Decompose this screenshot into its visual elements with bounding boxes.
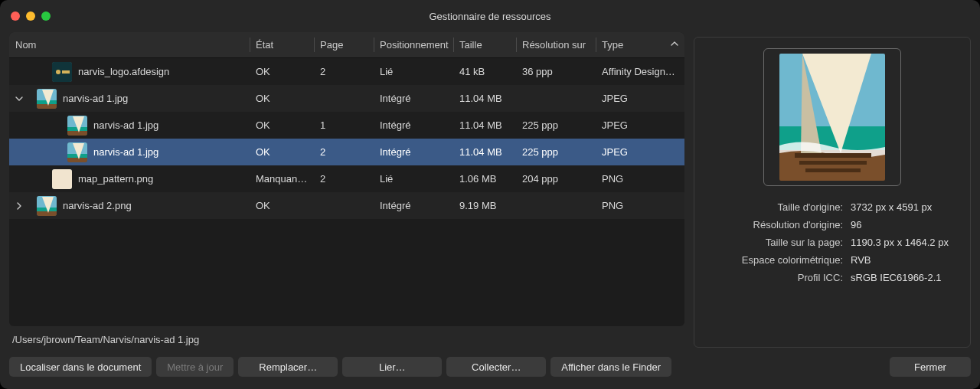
window-title: Gestionnaire de ressources <box>0 11 980 22</box>
table-row[interactable]: narvis-ad 2.pngOKIntégré9.19 MBPNG <box>9 192 684 219</box>
cell-page: 2 <box>314 173 374 185</box>
resources-table: Nom État Page Positionnement Taille Réso… <box>9 32 684 326</box>
cell-page: 2 <box>314 146 374 158</box>
sort-indicator-icon <box>671 41 678 50</box>
thumbnail-icon <box>52 169 72 189</box>
cell-type: JPEG <box>596 146 684 158</box>
resource-name: narvis-ad 1.jpg <box>93 119 158 131</box>
cell-size: 1.06 MB <box>453 173 516 185</box>
svg-rect-26 <box>799 161 867 165</box>
cell-resolution: 204 ppp <box>516 173 596 185</box>
maximize-window-button[interactable] <box>41 11 51 21</box>
column-name[interactable]: Nom <box>9 32 250 57</box>
details-meta: Taille d'origine:3732 px x 4591 px Résol… <box>705 201 959 283</box>
cell-status: OK <box>250 93 314 104</box>
svg-rect-18 <box>37 211 57 216</box>
resource-name: map_pattern.png <box>78 173 153 185</box>
value-orig-res: 96 <box>851 219 861 230</box>
disclosure-spacer <box>14 120 24 131</box>
label-color-space: Espace colorimétrique: <box>705 254 843 266</box>
table-row[interactable]: narvis-ad 1.jpgOK2Intégré11.04 MB225 ppp… <box>9 139 684 165</box>
thumbnail-icon <box>67 116 87 136</box>
label-page-size: Taille sur la page: <box>705 237 843 248</box>
cell-resolution: 225 ppp <box>516 146 596 158</box>
svg-rect-9 <box>67 131 87 136</box>
table-row[interactable]: map_pattern.pngManquantes2Lié1.06 MB204 … <box>9 165 684 192</box>
locate-in-document-button[interactable]: Localiser dans le document <box>9 357 152 377</box>
cell-position: Lié <box>374 66 453 77</box>
disclosure-spacer <box>14 67 24 77</box>
svg-rect-5 <box>37 104 57 109</box>
close-window-button[interactable] <box>11 11 20 21</box>
value-page-size: 1190.3 px x 1464.2 px <box>851 237 949 248</box>
disclosure-right-icon[interactable] <box>14 201 24 211</box>
cell-position: Intégré <box>374 200 453 211</box>
disclosure-spacer <box>14 147 24 158</box>
column-status[interactable]: État <box>250 32 314 57</box>
cell-status: OK <box>250 66 314 77</box>
cell-resolution: 36 ppp <box>516 66 596 77</box>
table-row[interactable]: narvis-ad 1.jpgOKIntégré11.04 MBJPEG <box>9 85 684 112</box>
titlebar: Gestionnaire de ressources <box>0 0 980 32</box>
value-icc: sRGB IEC61966-2.1 <box>851 272 942 283</box>
value-color-space: RVB <box>851 254 871 266</box>
disclosure-spacer <box>14 174 24 185</box>
column-page[interactable]: Page <box>314 32 374 57</box>
details-panel: Taille d'origine:3732 px x 4591 px Résol… <box>694 37 971 348</box>
footer: Localiser dans le document Mettre à jour… <box>0 352 980 389</box>
thumbnail-icon <box>52 62 72 82</box>
cell-page: 1 <box>314 119 374 131</box>
preview-frame <box>763 48 901 186</box>
svg-rect-2 <box>62 70 70 74</box>
thumbnail-icon <box>37 89 57 109</box>
disclosure-down-icon[interactable] <box>14 93 24 104</box>
resource-manager-window: Gestionnaire de ressources Nom État Page… <box>0 0 980 389</box>
cell-status: OK <box>250 146 314 158</box>
cell-type: JPEG <box>596 119 684 131</box>
cell-size: 11.04 MB <box>453 146 516 158</box>
cell-position: Lié <box>374 173 453 185</box>
column-resolution[interactable]: Résolution sur <box>516 32 596 57</box>
label-orig-res: Résolution d'origine: <box>705 219 843 230</box>
cell-position: Intégré <box>374 93 453 104</box>
cell-page: 2 <box>314 66 374 77</box>
collect-button[interactable]: Collecter… <box>446 357 546 377</box>
cell-size: 11.04 MB <box>453 119 516 131</box>
svg-rect-13 <box>67 158 87 162</box>
cell-size: 11.04 MB <box>453 93 516 104</box>
table-header: Nom État Page Positionnement Taille Réso… <box>9 32 684 58</box>
svg-rect-15 <box>52 169 72 189</box>
column-size[interactable]: Taille <box>453 32 516 57</box>
preview-image <box>779 54 885 181</box>
value-orig-size: 3732 px x 4591 px <box>851 201 932 213</box>
cell-status: OK <box>250 200 314 211</box>
svg-rect-25 <box>795 153 871 158</box>
cell-type: PNG <box>596 200 684 211</box>
cell-status: Manquantes <box>250 173 314 185</box>
thumbnail-icon <box>37 196 57 216</box>
minimize-window-button[interactable] <box>26 11 35 21</box>
table-row[interactable]: narvis_logo.afdesignOK2Lié41 kB36 pppAff… <box>9 58 684 85</box>
cell-position: Intégré <box>374 119 453 131</box>
update-button[interactable]: Mettre à jour <box>156 357 234 377</box>
label-icc: Profil ICC: <box>705 272 843 283</box>
table-row[interactable]: narvis-ad 1.jpgOK1Intégré11.04 MB225 ppp… <box>9 112 684 139</box>
cell-status: OK <box>250 119 314 131</box>
link-button[interactable]: Lier… <box>342 357 442 377</box>
close-button[interactable]: Fermer <box>890 357 971 377</box>
svg-rect-27 <box>805 168 861 172</box>
replace-button[interactable]: Remplacer… <box>238 357 338 377</box>
file-path: /Users/jbrown/Team/Narvis/narvis-ad 1.jp… <box>9 326 684 352</box>
cell-type: Affinity Design… <box>596 66 684 77</box>
cell-position: Intégré <box>374 146 453 158</box>
cell-type: JPEG <box>596 93 684 104</box>
label-orig-size: Taille d'origine: <box>705 201 843 213</box>
thumbnail-icon <box>67 142 87 162</box>
show-in-finder-button[interactable]: Afficher dans le Finder <box>550 357 671 377</box>
column-type[interactable]: Type <box>596 32 684 57</box>
cell-size: 9.19 MB <box>453 200 516 211</box>
column-position[interactable]: Positionnement <box>374 32 453 57</box>
cell-size: 41 kB <box>453 66 516 77</box>
cell-resolution: 225 ppp <box>516 119 596 131</box>
resource-name: narvis-ad 2.png <box>63 200 132 211</box>
